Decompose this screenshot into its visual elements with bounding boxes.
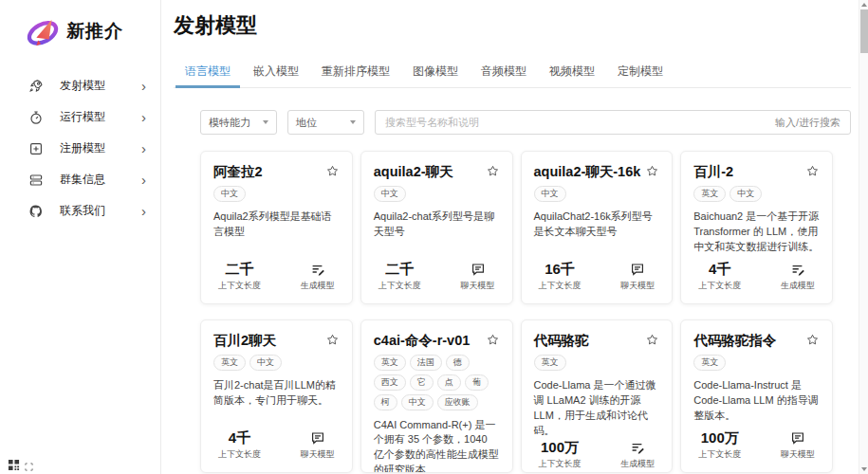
star-icon [645,164,659,178]
card-footer: 4千上下文长度生成模型 [693,261,820,293]
favorite-star-button[interactable] [325,164,340,178]
sidebar-item-launch-model[interactable]: 发射模型› [0,70,160,101]
favorite-star-button[interactable] [805,164,820,178]
content-area: 模特能力 地位 搜索型号名称和说明 输入/进行搜索 阿奎拉2中文Aquila2系… [200,110,851,474]
language-tag: 英文 [213,355,246,371]
brand-logo[interactable]: 新推介 [0,0,160,49]
sidebar-item-label: 运行模型 [60,109,141,125]
rocket-icon [28,79,44,94]
language-tag: 点 [437,374,461,391]
language-tag: 应收账 [437,394,478,410]
page-title: 发射模型 [174,11,851,40]
context-length-stat: 二千上下文长度 [218,261,261,292]
model-type-label: 聊天模型 [781,448,815,461]
model-name: aquila2-聊天-16k [534,162,641,180]
model-card[interactable]: 代码骆驼英文Code-Llama 是一个通过微调 LLaMA2 训练的开源 LL… [521,319,674,473]
ability-filter-select[interactable]: 模特能力 [200,110,277,135]
sidebar-item-register-model[interactable]: 注册模型› [0,133,160,164]
model-card[interactable]: 代码骆驼指令英文Code-Llama-Instruct 是 Code-Llama… [680,319,833,473]
chevron-right-icon: › [141,173,146,187]
tab-rerank[interactable]: 重新排序模型 [310,55,401,87]
language-tag: 英文 [693,186,726,202]
generate-model-icon [790,262,805,277]
model-type-stat: 生成模型 [301,262,335,292]
sidebar-item-cluster-info[interactable]: 群集信息› [0,164,160,195]
model-name: 百川-2 [693,162,733,180]
language-tag: 英文 [693,355,726,371]
card-header: 阿奎拉2 [213,162,340,180]
context-length-label: 上下文长度 [539,280,582,292]
model-type-stat: 聊天模型 [620,262,655,292]
resize-corner-icon[interactable] [25,463,33,471]
status-filter-select[interactable]: 地位 [287,110,364,135]
language-tag: 葡 [465,374,489,391]
language-tags: 英文 [693,355,820,371]
tab-language[interactable]: 语言模型 [174,55,242,87]
context-length-value: 二千 [385,261,414,277]
language-tag: 中文 [729,186,762,202]
language-tag: 德 [446,355,470,371]
context-length-stat: 二千上下文长度 [379,261,421,292]
language-tag: 它 [410,374,434,391]
model-type-label: 生成模型 [301,280,335,292]
card-header: c4ai-命令-r-v01 [374,331,500,349]
model-description: Aquila2系列模型是基础语言模型 [213,210,340,240]
favorite-star-button[interactable] [486,333,500,347]
sidebar-item-contact-us[interactable]: 联系我们› [0,195,160,227]
model-type-stat: 生成模型 [620,440,655,470]
context-length-label: 上下文长度 [379,280,421,292]
context-length-stat: 100万上下文长度 [539,439,582,470]
model-description: AquilaChat2-16k系列型号是长文本聊天型号 [534,210,660,240]
sidebar-item-running-model[interactable]: 运行模型› [0,101,160,133]
language-tags: 中文 [534,186,660,202]
model-name: 阿奎拉2 [213,162,263,180]
qr-grid-icon[interactable] [8,459,20,471]
favorite-star-button[interactable] [325,333,340,347]
context-length-value: 4千 [709,261,730,277]
chevron-right-icon: › [141,79,146,93]
model-type-label: 生成模型 [781,280,815,292]
model-card[interactable]: aquila2-聊天-16k中文AquilaChat2-16k系列型号是长文本聊… [521,151,674,304]
model-card[interactable]: c4ai-命令-r-v01英文法国德西文它点葡柯中文应收账C4AI Comman… [360,319,513,473]
card-header: aquila2-聊天 [374,162,500,180]
star-icon [486,164,500,178]
tab-custom[interactable]: 定制模型 [606,55,674,87]
favorite-star-button[interactable] [645,164,659,178]
vertical-scrollbar[interactable] [859,0,868,474]
search-placeholder: 搜索型号名称和说明 [385,116,479,130]
card-footer: 二千上下文长度生成模型 [213,261,340,293]
tab-video[interactable]: 视频模型 [538,55,606,87]
sidebar-item-label: 发射模型 [60,78,141,94]
tab-image[interactable]: 图像模型 [401,55,470,87]
favorite-star-button[interactable] [645,333,659,347]
chat-model-icon [471,262,486,277]
favorite-star-button[interactable] [805,333,820,347]
star-icon [325,164,340,178]
favorite-star-button[interactable] [486,164,500,178]
language-tag: 中文 [401,394,434,410]
scrollbar-thumb[interactable] [860,9,868,53]
plus-square-icon [28,141,44,156]
ability-filter-label: 模特能力 [209,116,250,130]
language-tags: 英文中文 [213,355,340,371]
model-card[interactable]: aquila2-聊天中文Aquila2-chat系列型号是聊天型号二千上下文长度… [360,151,513,304]
model-card[interactable]: 百川-2英文中文Baichuan2 是一个基于开源 Transformer 的 … [680,151,833,304]
card-header: 代码骆驼 [534,331,660,349]
model-card[interactable]: 百川2聊天英文中文百川2-chat是百川LLM的精简版本，专门用于聊天。4千上下… [200,319,353,473]
language-tag: 中文 [213,186,246,202]
language-tags: 中文 [213,186,340,202]
chevron-down-icon [350,120,356,124]
model-card[interactable]: 阿奎拉2中文Aquila2系列模型是基础语言模型二千上下文长度生成模型 [200,151,353,304]
chevron-right-icon: › [141,141,146,155]
card-footer: 16千上下文长度聊天模型 [534,261,660,293]
context-length-stat: 4千上下文长度 [218,429,261,461]
scroll-up-button[interactable] [859,0,868,9]
scroll-down-button[interactable] [859,465,868,474]
tab-embedding[interactable]: 嵌入模型 [242,55,310,87]
sidebar-item-label: 注册模型 [60,140,141,156]
search-input[interactable]: 搜索型号名称和说明 输入/进行搜索 [375,110,851,135]
rocket-orbit-logo-icon [25,13,61,49]
tab-audio[interactable]: 音频模型 [470,55,538,87]
star-icon [805,333,820,347]
star-icon [645,333,659,347]
